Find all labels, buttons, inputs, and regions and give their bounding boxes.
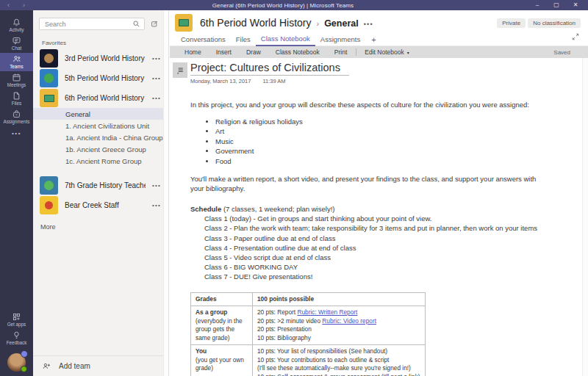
expand-icon (572, 33, 579, 40)
team-row-6th-period[interactable]: 6th Period World History ••• (33, 88, 168, 108)
header-team-name: 6th Period World History (200, 17, 311, 29)
tab-conversations[interactable]: Conversations (176, 35, 231, 46)
cell-text: 20 pts: Presentation (257, 325, 420, 334)
rail-label: Get apps (7, 322, 26, 327)
rail-item-feedback[interactable]: Feedback (7, 329, 27, 347)
group-points-cell: 20 pts: Report Rubric: Written Report 20… (253, 306, 426, 345)
rail-item-activity[interactable]: Activity (0, 16, 33, 35)
tab-files[interactable]: Files (231, 35, 256, 46)
maximize-icon[interactable]: ▢ (547, 0, 566, 10)
cell-text: 10 pts: Your contributions to each outli… (257, 356, 420, 365)
rail-item-get-apps[interactable]: Get apps (7, 311, 26, 329)
add-tab-button[interactable]: + (365, 36, 381, 46)
rubric-written-report-link[interactable]: Rubric: Written Report (297, 308, 357, 316)
calendar-icon (12, 73, 21, 82)
schedule-item[interactable]: Class 2 - Plan the work with team; take … (204, 223, 572, 233)
team-options-icon[interactable]: ••• (152, 55, 161, 62)
team-options-icon[interactable]: ••• (152, 95, 161, 101)
onenote-home-button[interactable]: Home (177, 48, 209, 56)
schedule-item[interactable]: Class 3 - Paper outline due at end of cl… (204, 234, 572, 243)
schedule-item[interactable]: Class 1 (today) - Get in groups and star… (204, 214, 572, 223)
intro-paragraph[interactable]: In this project, you and your group will… (190, 100, 572, 109)
minimize-icon[interactable]: – (528, 0, 547, 10)
rubric-video-report-link[interactable]: Rubric: Video report (322, 317, 376, 325)
tab-class-notebook[interactable]: Class Notebook (256, 35, 315, 46)
back-icon[interactable]: ‹ (7, 2, 10, 9)
rail-item-chat[interactable]: Chat (0, 35, 33, 53)
tab-assignments[interactable]: Assignments (315, 35, 365, 46)
schedule-item[interactable]: Class 4 - Presentation outline due at en… (204, 243, 572, 253)
schedule-heading[interactable]: Schedule (7 classes, 1 weekend; plan wis… (190, 204, 572, 214)
team-avatar-glyph (44, 95, 54, 102)
add-team-button[interactable]: Add team (33, 355, 163, 376)
team-avatar (40, 196, 58, 214)
search-icon[interactable] (132, 20, 140, 28)
sidebar-scrollbar[interactable] (163, 10, 168, 376)
team-options-icon[interactable]: ••• (152, 182, 161, 189)
group-label-cell: As a group (everybody in the group gets … (191, 306, 253, 345)
rail-item-meetings[interactable]: Meetings (0, 71, 33, 90)
cell-text: 10 pts: Your list of responsibilities (S… (257, 347, 420, 356)
team-row-bear-creek-staff[interactable]: Bear Creek Staff ••• (33, 195, 168, 215)
channel-item-general[interactable]: General (33, 108, 168, 120)
edit-notebook-dropdown[interactable]: Edit Notebook ▾ (358, 48, 415, 56)
content-scrollbar[interactable] (582, 58, 588, 376)
schedule-section: Schedule (7 classes, 1 weekend; plan wis… (190, 204, 572, 282)
window-titlebar: ‹ › General (6th Period World History) |… (0, 0, 588, 10)
team-avatar (175, 14, 193, 32)
page-date: Monday, March 13, 2017 (190, 78, 251, 84)
channel-name: General (65, 110, 90, 118)
list-item[interactable]: Music (215, 137, 572, 147)
page-list-toggle-button[interactable] (173, 62, 187, 78)
team-row-7th-grade-teachers[interactable]: 7th Grade History Teachers ••• (33, 176, 168, 195)
expand-tab-button[interactable] (572, 30, 581, 46)
search-input[interactable] (43, 20, 132, 29)
rail-label: Assignments (3, 120, 29, 124)
team-row-3rd-period[interactable]: 3rd Period World History ••• (33, 48, 168, 68)
document-icon (12, 91, 21, 101)
channel-options-icon[interactable]: ••• (364, 21, 373, 28)
onenote-class-notebook-button[interactable]: Class Notebook (268, 48, 327, 56)
edit-notebook-label: Edit Notebook (365, 48, 404, 56)
user-avatar[interactable] (7, 353, 26, 372)
rail-item-assignments[interactable]: Assignments (0, 108, 33, 126)
more-apps-icon[interactable]: ••• (0, 126, 33, 140)
onenote-toolbar: Home Insert Draw Class Notebook Print Ed… (170, 46, 588, 58)
satchel-icon (12, 109, 21, 119)
forward-icon[interactable]: › (23, 2, 25, 9)
team-options-icon[interactable]: ••• (152, 75, 161, 82)
table-row: As a group (everybody in the group gets … (191, 306, 426, 345)
cell-subtitle: (everybody in the group gets the same gr… (196, 317, 248, 343)
team-name: 7th Grade History Teachers (65, 181, 146, 189)
rail-label: Feedback (7, 341, 27, 345)
search-box[interactable] (39, 18, 145, 30)
rail-label: Teams (10, 65, 24, 69)
team-row-5th-period[interactable]: 5th Period World History ••• (33, 68, 168, 88)
deliverables-paragraph[interactable]: You'll make a written report, a short vi… (190, 174, 539, 193)
rail-item-teams[interactable]: Teams (0, 53, 33, 71)
channel-item-ancient-rome[interactable]: 1c. Ancient Rome Group (33, 155, 168, 167)
onenote-draw-button[interactable]: Draw (239, 48, 268, 56)
cell-subtitle: (you get your own grade) (196, 356, 248, 373)
onenote-insert-button[interactable]: Insert (209, 48, 239, 56)
list-item[interactable]: Government (215, 146, 572, 156)
channel-item-ancient-greece[interactable]: 1b. Ancient Greece Group (33, 143, 168, 155)
notification-badge (21, 350, 28, 358)
schedule-item[interactable]: Class 7 - DUE! Give presentations! (204, 272, 572, 281)
team-avatar (40, 69, 58, 87)
compose-icon[interactable] (151, 19, 158, 29)
more-teams-link[interactable]: More (40, 223, 168, 231)
list-item[interactable]: Art (215, 126, 572, 137)
page-title[interactable]: Project: Cultures of Civilizations (190, 62, 349, 76)
culture-aspects-list: Religion & religious holidays Art Music … (190, 117, 572, 167)
list-item[interactable]: Religion & religious holidays (215, 117, 572, 127)
schedule-item[interactable]: Class 6 - BIG WORKING DAY (204, 262, 572, 272)
rail-item-files[interactable]: Files (0, 90, 33, 108)
close-icon[interactable]: ✕ (566, 0, 585, 10)
channel-item-ancient-india-china[interactable]: 1a. Ancient India - China Group (33, 131, 168, 143)
schedule-item[interactable]: Class 5 - Video script due at end of cla… (204, 253, 572, 262)
team-options-icon[interactable]: ••• (152, 202, 161, 209)
onenote-print-button[interactable]: Print (327, 48, 354, 56)
list-item[interactable]: Food (215, 156, 572, 167)
channel-item-ancient-civilizations-unit[interactable]: 1. Ancient Civilizations Unit (33, 120, 168, 131)
